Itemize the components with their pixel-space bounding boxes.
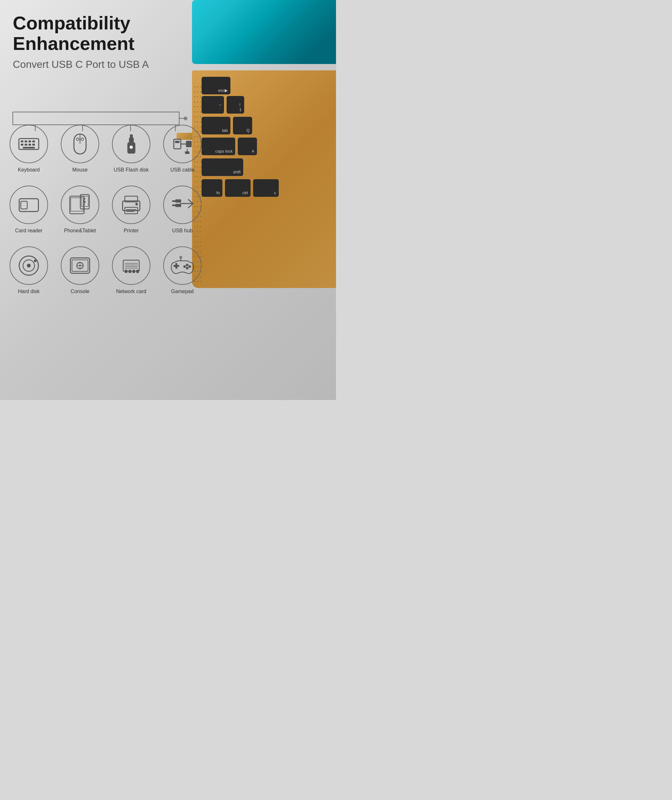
play-icon: ▶ [225, 88, 228, 93]
keyboard-icon-circle [10, 125, 48, 163]
usb-cable-icon-circle [163, 125, 202, 163]
icon-item-hard-disk: Hard disk [6, 246, 51, 294]
svg-rect-8 [21, 141, 23, 142]
printer-icon [120, 195, 142, 215]
main-title: Compatibility Enhancement [13, 13, 205, 54]
key-tilde: ~` [202, 96, 224, 114]
key-a: A [238, 138, 257, 155]
icons-row-3: Hard disk Console [6, 246, 211, 294]
svg-rect-21 [129, 138, 134, 143]
svg-point-49 [27, 264, 31, 267]
tab-label: tab [222, 128, 228, 133]
phone-tablet-label: Phone&Tablet [64, 228, 96, 234]
svg-rect-12 [21, 144, 23, 146]
usb-cable-label: USB cable [170, 167, 195, 173]
left-content: Compatibility Enhancement Convert USB C … [0, 0, 218, 86]
hard-disk-icon-circle [10, 246, 48, 285]
key-q: Q [233, 117, 252, 134]
svg-rect-66 [175, 263, 177, 269]
icon-item-keyboard: Keyboard [6, 125, 51, 173]
icon-item-usb-hub: USB hub [160, 186, 205, 234]
icons-grid: Keyboard Mouse [6, 125, 211, 307]
icons-row-2: Card reader Phone&Tablet [6, 186, 211, 234]
svg-rect-16 [23, 147, 35, 149]
svg-point-70 [183, 265, 186, 268]
icon-item-card-reader: Card reader [6, 186, 51, 234]
svg-rect-46 [172, 205, 176, 206]
svg-point-23 [130, 146, 133, 149]
gamepad-label: Gamepad [171, 289, 194, 294]
console-icon-circle [61, 246, 99, 285]
keys-row-2: tab Q [202, 117, 336, 134]
card-reader-icon [18, 196, 40, 214]
shift-label: shift [233, 170, 241, 174]
key-top-row: esc ▶ [202, 77, 336, 94]
card-reader-label: Card reader [15, 228, 42, 234]
console-icon [69, 255, 91, 276]
phone-tablet-icon-circle [61, 186, 99, 224]
svg-rect-22 [130, 134, 133, 138]
svg-rect-24 [174, 139, 181, 149]
gamepad-icon-circle [163, 246, 202, 285]
network-card-label: Network card [116, 289, 146, 294]
network-card-icon [120, 255, 142, 276]
svg-rect-30 [19, 199, 38, 211]
svg-rect-10 [29, 141, 31, 142]
keys-row-4: shift [202, 158, 336, 176]
svg-rect-56 [123, 260, 139, 271]
fn-label: fn [216, 190, 220, 195]
svg-rect-57 [125, 270, 127, 273]
icon-item-printer: Printer [109, 186, 154, 234]
svg-rect-15 [32, 144, 35, 146]
network-card-icon-circle [112, 246, 150, 285]
icons-row-1: Keyboard Mouse [6, 125, 211, 173]
usb-hub-icon [171, 195, 195, 215]
keyboard-label: Keyboard [18, 167, 40, 173]
subtitle: Convert USB C Port to USB A [13, 59, 205, 70]
printer-icon-circle [112, 186, 150, 224]
svg-rect-13 [25, 144, 27, 146]
svg-rect-59 [133, 270, 135, 273]
svg-point-72 [180, 256, 182, 258]
svg-rect-45 [172, 200, 176, 202]
svg-rect-58 [129, 270, 131, 273]
svg-rect-60 [136, 270, 139, 273]
icon-item-usb-flash: USB Flash disk [109, 125, 154, 173]
card-reader-icon-circle [10, 186, 48, 224]
caps-label: caps lock [215, 149, 233, 154]
keys-row-1: ~` !1 [202, 96, 336, 114]
usb-flash-icon [121, 133, 142, 155]
usb-flash-label: USB Flash disk [114, 167, 149, 173]
svg-point-69 [186, 267, 189, 269]
gamepad-icon [170, 256, 195, 275]
key-extra: c [253, 179, 279, 197]
icon-item-usb-cable: USB cable [160, 125, 205, 173]
keyboard-icon [18, 136, 40, 152]
svg-point-19 [81, 138, 83, 141]
svg-rect-9 [25, 141, 27, 142]
icon-item-phone-tablet: Phone&Tablet [58, 186, 102, 234]
svg-point-67 [186, 264, 189, 266]
svg-point-50 [34, 259, 37, 262]
svg-point-18 [77, 138, 79, 141]
keys-row-3: caps lock A [202, 138, 336, 155]
key-ctrl: ctrl [225, 179, 251, 197]
esc-label: esc [218, 88, 225, 93]
svg-rect-29 [185, 151, 189, 154]
phone-tablet-icon [68, 193, 92, 217]
icon-item-network-card: Network card [109, 246, 154, 294]
printer-label: Printer [123, 228, 139, 234]
svg-rect-11 [32, 141, 35, 142]
svg-rect-0 [13, 112, 179, 125]
hard-disk-icon [18, 254, 40, 277]
svg-rect-25 [175, 141, 179, 143]
a-label: A [251, 149, 254, 154]
mouse-icon [71, 133, 89, 155]
q-label: Q [246, 128, 250, 133]
svg-rect-44 [175, 204, 181, 207]
svg-point-68 [189, 265, 191, 268]
keys-row-5: fn ctrl c [202, 179, 336, 197]
mouse-icon-circle [61, 125, 99, 163]
console-label: Console [71, 289, 90, 294]
key-1: !1 [227, 96, 244, 114]
